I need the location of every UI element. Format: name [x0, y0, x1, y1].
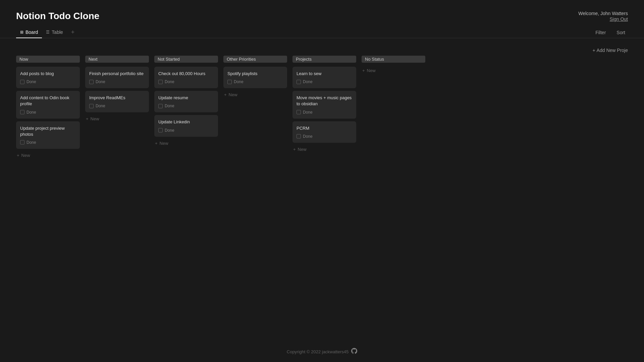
done-label: Done: [165, 79, 174, 84]
tab-table[interactable]: ☰ Table: [42, 27, 67, 38]
done-checkbox[interactable]: [89, 104, 94, 108]
plus-icon: +: [293, 147, 296, 152]
card-done: Done: [158, 128, 214, 133]
board-icon: ⊞: [20, 30, 23, 35]
done-label: Done: [165, 104, 174, 108]
card-finish-portfolio[interactable]: Finish personal portfolio site Done: [85, 67, 149, 88]
new-label: New: [160, 141, 168, 146]
card-title: Improve ReadMEs: [89, 95, 145, 101]
done-label: Done: [26, 110, 36, 115]
add-project-button[interactable]: + Add New Proje: [592, 48, 628, 53]
card-learn-to-sew[interactable]: Learn to sew Done: [292, 67, 356, 88]
card-done: Done: [89, 79, 145, 84]
card-done: Done: [20, 110, 76, 115]
card-done: Done: [20, 79, 76, 84]
done-label: Done: [165, 128, 174, 133]
add-view-button[interactable]: +: [68, 27, 77, 37]
new-item-now[interactable]: + New: [16, 152, 80, 159]
card-move-movies-music[interactable]: Move movies + music pages to obsidian Do…: [292, 91, 356, 118]
card-title: Add posts to blog: [20, 71, 76, 77]
card-done: Done: [20, 140, 76, 145]
new-item-next[interactable]: + New: [85, 115, 149, 123]
column-header-next: Next: [85, 56, 149, 63]
card-title: Update Linkedin: [158, 119, 214, 125]
new-label: New: [21, 153, 30, 158]
card-update-resume[interactable]: Update resume Done: [154, 91, 218, 112]
done-label: Done: [96, 104, 105, 108]
new-item-projects[interactable]: + New: [292, 145, 356, 153]
plus-icon: +: [155, 141, 158, 146]
column-header-not-started: Not Started: [154, 56, 218, 63]
footer: Copyright © 2022 jackwatters45: [0, 341, 644, 362]
card-title: Finish personal portfolio site: [89, 71, 145, 77]
welcome-text: Welcome, John Watters: [578, 11, 628, 16]
done-checkbox[interactable]: [297, 80, 301, 84]
user-section: Welcome, John Watters Sign Out: [578, 11, 628, 22]
add-project-label: Add New Proje: [597, 48, 628, 53]
copyright-text: Copyright © 2022 jackwatters45: [287, 349, 348, 354]
done-checkbox[interactable]: [227, 80, 232, 84]
new-item-not-started[interactable]: + New: [154, 139, 218, 147]
plus-icon: +: [86, 116, 89, 121]
done-checkbox[interactable]: [20, 80, 24, 84]
github-icon: [351, 348, 357, 355]
column-header-other: Other Priorities: [223, 56, 287, 63]
sign-out-link[interactable]: Sign Out: [610, 16, 628, 22]
done-checkbox[interactable]: [158, 80, 163, 84]
card-spotify[interactable]: Spotify playlists Done: [223, 67, 287, 88]
done-label: Done: [303, 79, 313, 84]
card-improve-readmes[interactable]: Improve ReadMEs Done: [85, 91, 149, 112]
done-label: Done: [26, 140, 36, 145]
card-title: Spotify playlists: [227, 71, 283, 77]
card-title: PCRM: [297, 125, 352, 131]
new-item-other[interactable]: + New: [223, 91, 287, 99]
card-done: Done: [297, 110, 352, 115]
card-done: Done: [158, 79, 214, 84]
filter-button[interactable]: Filter: [593, 28, 608, 37]
done-checkbox[interactable]: [297, 110, 301, 114]
tab-table-label: Table: [52, 29, 63, 35]
done-label: Done: [303, 134, 313, 139]
card-title: Update resume: [158, 95, 214, 101]
column-projects: Projects Learn to sew Done Move movies +…: [292, 56, 356, 153]
plus-icon: +: [17, 153, 19, 158]
toolbar-actions: Filter Sort: [593, 28, 628, 37]
column-not-started: Not Started Check out 80,000 Hours Done …: [154, 56, 218, 147]
card-update-project-photos[interactable]: Update project preview photos Done: [16, 121, 80, 149]
column-now: Now Add posts to blog Done Add content t…: [16, 56, 80, 159]
done-label: Done: [26, 79, 36, 84]
card-check-out-80k[interactable]: Check out 80,000 Hours Done: [154, 67, 218, 88]
done-checkbox[interactable]: [158, 104, 163, 108]
column-no-status: No Status + New: [362, 56, 425, 74]
tab-board[interactable]: ⊞ Board: [16, 27, 42, 38]
board-container: Now Add posts to blog Done Add content t…: [0, 56, 644, 341]
new-item-no-status[interactable]: + New: [362, 67, 425, 74]
card-done: Done: [227, 79, 283, 84]
done-checkbox[interactable]: [20, 140, 24, 144]
plus-icon: +: [592, 48, 595, 53]
card-title: Check out 80,000 Hours: [158, 71, 214, 77]
card-title: Move movies + music pages to obsidian: [297, 95, 352, 107]
done-checkbox[interactable]: [89, 80, 94, 84]
card-add-posts-to-blog[interactable]: Add posts to blog Done: [16, 67, 80, 88]
plus-icon: +: [362, 68, 365, 73]
card-done: Done: [89, 104, 145, 108]
card-done: Done: [158, 104, 214, 108]
sort-button[interactable]: Sort: [614, 28, 628, 37]
new-label: New: [367, 68, 376, 73]
card-pcrm[interactable]: PCRM Done: [292, 121, 356, 143]
card-title: Add content to Odin book profile: [20, 95, 76, 107]
done-checkbox[interactable]: [20, 110, 24, 114]
done-label: Done: [96, 79, 105, 84]
card-add-content-odin[interactable]: Add content to Odin book profile Done: [16, 91, 80, 118]
column-other-priorities: Other Priorities Spotify playlists Done …: [223, 56, 287, 99]
new-label: New: [229, 92, 237, 97]
new-label: New: [91, 116, 99, 121]
column-next: Next Finish personal portfolio site Done…: [85, 56, 149, 123]
done-checkbox[interactable]: [297, 134, 301, 138]
plus-icon: +: [224, 92, 227, 97]
card-update-linkedin[interactable]: Update Linkedin Done: [154, 115, 218, 136]
done-checkbox[interactable]: [158, 128, 163, 132]
done-label: Done: [234, 79, 244, 84]
done-label: Done: [303, 110, 313, 115]
